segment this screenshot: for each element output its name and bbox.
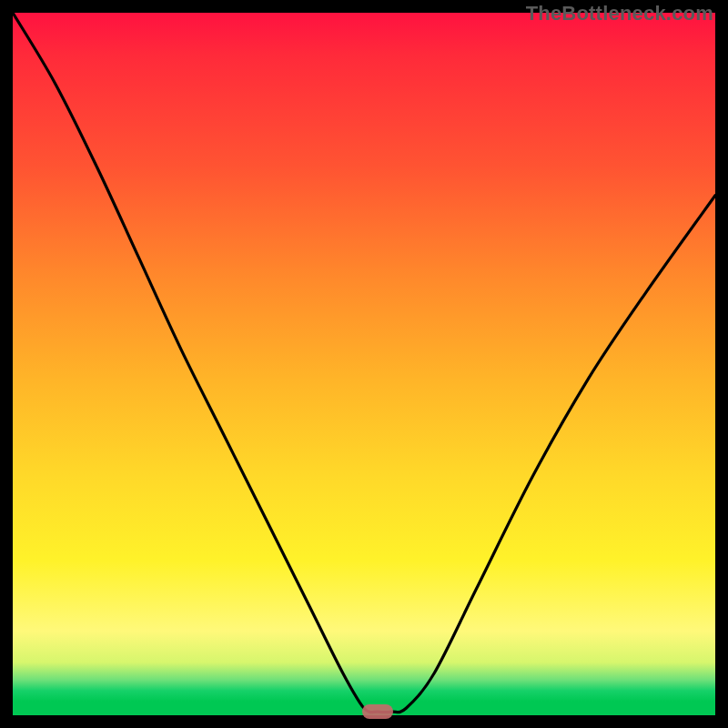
chart-frame [13, 13, 715, 715]
watermark-text: TheBottleneck.com [526, 2, 713, 25]
chart-gradient-background [13, 13, 715, 715]
